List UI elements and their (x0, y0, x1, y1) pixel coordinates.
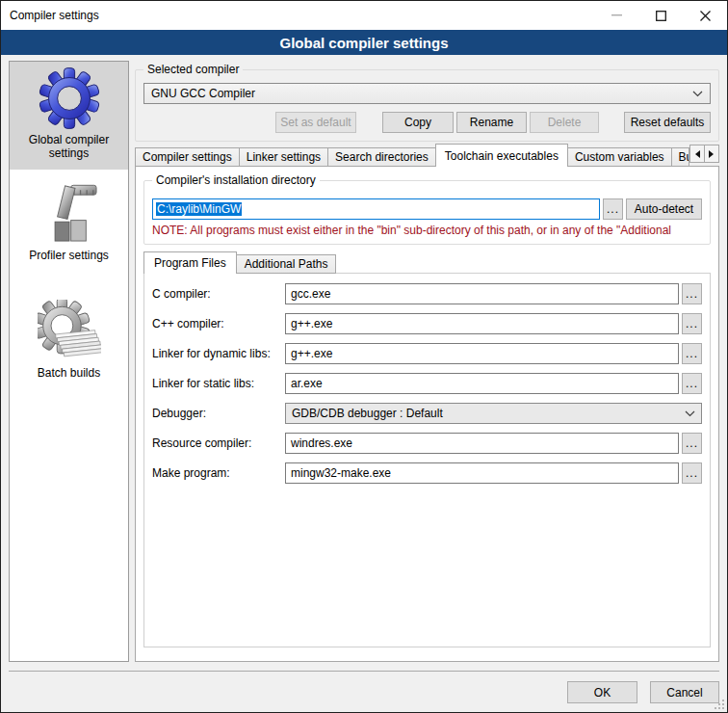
resource-compiler-value: windres.exe (291, 436, 352, 450)
compiler-select-value: GNU GCC Compiler (151, 87, 692, 100)
make-program-input[interactable]: mingw32-make.exe (285, 462, 679, 484)
tab-program-files[interactable]: Program Files (143, 251, 237, 274)
minimize-icon (611, 14, 622, 16)
tab-custom-variables[interactable]: Custom variables (567, 147, 672, 167)
rename-button[interactable]: Rename (456, 112, 527, 133)
installation-directory-row: C:\raylib\MinGW ... Auto-detect (152, 198, 702, 220)
selected-compiler-group: Selected compiler GNU GCC Compiler Set a… (135, 69, 719, 142)
cancel-button[interactable]: Cancel (650, 681, 719, 703)
window-title: Compiler settings (1, 9, 99, 22)
installation-directory-group: Compiler's installation directory C:\ray… (143, 180, 711, 245)
installation-directory-value: C:\raylib\MinGW (156, 202, 242, 216)
make-program-label: Make program: (152, 466, 285, 480)
linker-dynamic-input[interactable]: g++.exe (285, 343, 679, 364)
sidebar-item-label: Global compiler settings (12, 133, 126, 160)
browse-resource-compiler-button[interactable]: ... (682, 433, 702, 454)
browse-linker-dynamic-button[interactable]: ... (682, 343, 702, 364)
reset-defaults-button[interactable]: Reset defaults (624, 112, 711, 133)
sidebar-item-global-compiler-settings[interactable]: Global compiler settings (10, 62, 128, 170)
installation-directory-group-label: Compiler's installation directory (152, 173, 320, 187)
footer-buttons: OK Cancel (567, 681, 719, 703)
compiler-settings-dialog: Compiler settings Global compiler settin… (0, 0, 728, 713)
cpp-compiler-value: g++.exe (291, 317, 332, 330)
bin-subdirectory-note: NOTE: All programs must exist either in … (152, 224, 702, 237)
maximize-button[interactable] (638, 1, 683, 30)
tab-scroll-arrows (689, 145, 719, 163)
resource-compiler-input[interactable]: windres.exe (285, 433, 679, 454)
close-icon (700, 11, 711, 21)
sidebar-item-profiler-settings[interactable]: Profiler settings (10, 177, 128, 272)
tab-scroll-left-button[interactable] (689, 145, 705, 163)
field-row-linker-static: Linker for static libs: ar.exe ... (152, 373, 702, 394)
tab-scroll-right-button[interactable] (704, 145, 719, 163)
auto-detect-button[interactable]: Auto-detect (626, 198, 702, 220)
cpp-compiler-input[interactable]: g++.exe (285, 313, 679, 334)
settings-tab-strip: Compiler settings Linker settings Search… (135, 144, 719, 167)
field-row-linker-dynamic: Linker for dynamic libs: g++.exe ... (152, 343, 702, 364)
tab-linker-settings[interactable]: Linker settings (239, 147, 328, 167)
cpp-compiler-label: C++ compiler: (152, 317, 285, 330)
sidebar-item-label: Profiler settings (29, 249, 109, 262)
selected-compiler-group-label: Selected compiler (143, 63, 243, 76)
linker-dynamic-label: Linker for dynamic libs: (152, 347, 285, 360)
close-button[interactable] (683, 1, 727, 30)
linker-static-value: ar.exe (291, 377, 323, 390)
resize-grip-icon[interactable] (715, 700, 725, 710)
set-as-default-button[interactable]: Set as default (275, 112, 356, 133)
tab-build-options-truncated[interactable]: Build (671, 147, 689, 167)
tab-additional-paths[interactable]: Additional Paths (236, 254, 337, 274)
browse-cpp-compiler-button[interactable]: ... (682, 313, 702, 334)
browse-linker-static-button[interactable]: ... (682, 373, 702, 394)
dialog-footer: OK Cancel (9, 662, 719, 712)
tab-compiler-settings[interactable]: Compiler settings (135, 147, 240, 167)
c-compiler-input[interactable]: gcc.exe (285, 283, 679, 304)
installation-directory-input[interactable]: C:\raylib\MinGW (152, 198, 600, 220)
make-program-value: mingw32-make.exe (291, 466, 391, 480)
toolchain-executables-page: Compiler's installation directory C:\ray… (135, 166, 719, 662)
window-controls (594, 1, 727, 30)
tab-toolchain-executables[interactable]: Toolchain executables (435, 144, 568, 167)
maximize-icon (656, 11, 666, 21)
arrow-left-icon (691, 150, 700, 158)
gear-icon (38, 66, 101, 130)
main-panel: Selected compiler GNU GCC Compiler Set a… (135, 61, 719, 662)
debugger-value: GDB/CDB debugger : Default (292, 407, 685, 420)
batch-builds-icon (38, 300, 101, 363)
sidebar: Global compiler settings (9, 61, 129, 662)
browse-make-program-button[interactable]: ... (682, 462, 702, 484)
browse-c-compiler-button[interactable]: ... (682, 283, 702, 304)
sidebar-item-batch-builds[interactable]: Batch builds (10, 295, 128, 389)
delete-button[interactable]: Delete (530, 112, 599, 133)
c-compiler-label: C compiler: (152, 287, 285, 301)
copy-button[interactable]: Copy (382, 112, 454, 133)
browse-directory-button[interactable]: ... (603, 198, 623, 220)
field-row-c-compiler: C compiler: gcc.exe ... (152, 283, 702, 304)
compiler-actions: Set as default Copy Rename Delete Reset … (143, 112, 711, 133)
sidebar-item-label: Batch builds (38, 366, 100, 380)
minimize-button[interactable] (594, 1, 638, 30)
ok-button[interactable]: OK (567, 681, 637, 703)
program-files-tab-strip: Program Files Additional Paths (143, 251, 711, 274)
dialog-content: Global compiler settings (1, 55, 727, 662)
arrow-right-icon (709, 150, 717, 158)
linker-static-input[interactable]: ar.exe (285, 373, 679, 394)
field-row-cpp-compiler: C++ compiler: g++.exe ... (152, 313, 702, 334)
linker-static-label: Linker for static libs: (152, 377, 285, 390)
title-bar: Compiler settings (1, 1, 727, 30)
field-row-make-program: Make program: mingw32-make.exe ... (152, 462, 702, 484)
debugger-label: Debugger: (152, 407, 285, 420)
chevron-down-icon (685, 410, 695, 417)
linker-dynamic-value: g++.exe (291, 347, 332, 360)
debugger-select[interactable]: GDB/CDB debugger : Default (285, 403, 702, 424)
caliper-icon (38, 182, 101, 246)
chevron-down-icon (692, 91, 703, 97)
compiler-select[interactable]: GNU GCC Compiler (143, 83, 711, 104)
resource-compiler-label: Resource compiler: (152, 436, 285, 450)
field-row-debugger: Debugger: GDB/CDB debugger : Default (152, 403, 702, 424)
tab-search-directories[interactable]: Search directories (327, 147, 436, 167)
c-compiler-value: gcc.exe (291, 287, 330, 301)
field-row-resource-compiler: Resource compiler: windres.exe ... (152, 433, 702, 454)
page-title: Global compiler settings (1, 30, 727, 55)
program-files-panel: C compiler: gcc.exe ... C++ compiler: g+… (143, 273, 711, 647)
